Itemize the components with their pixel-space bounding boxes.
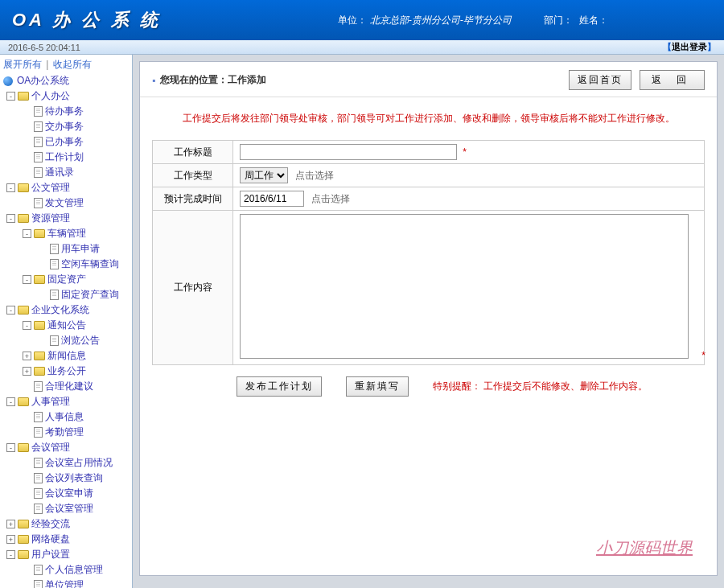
tree-toggle-icon[interactable]: - — [6, 550, 15, 559]
tree-label: 新闻信息 — [47, 349, 86, 363]
tree-node[interactable]: 浏览公告 — [0, 333, 132, 348]
tree-root[interactable]: OA办公系统 — [0, 73, 132, 88]
tree-node[interactable]: 会议室占用情况 — [0, 455, 132, 471]
tree-node[interactable]: 个人信息管理 — [0, 562, 132, 578]
folder-open-icon — [18, 306, 29, 315]
folder-closed-icon — [34, 352, 45, 360]
tree-node[interactable]: 工作计划 — [0, 150, 132, 165]
tree-node[interactable]: 固定资产查询 — [0, 287, 132, 302]
tree-toggle-icon[interactable]: - — [23, 321, 31, 330]
tree-node[interactable]: +网络硬盘 — [0, 532, 132, 547]
submit-button[interactable]: 发布工作计划 — [237, 376, 322, 397]
work-form: 工作标题 * 工作类型 周工作 点击选择 预计 — [152, 140, 705, 365]
tree-node[interactable]: 合理化建议 — [0, 379, 132, 394]
tree-toggle-icon[interactable]: + — [6, 535, 15, 544]
tree-node[interactable]: -企业文化系统 — [0, 302, 132, 318]
tree-node[interactable]: 会议室申请 — [0, 486, 132, 501]
tree-label: 合理化建议 — [45, 380, 93, 393]
tree-node[interactable]: -固定资产 — [0, 272, 132, 287]
tree-label: 个人信息管理 — [45, 563, 103, 577]
tree-toggle-icon[interactable]: - — [6, 397, 15, 406]
tree-label: 单位管理 — [45, 578, 84, 588]
expand-all-link[interactable]: 展开所有 — [3, 59, 42, 70]
file-icon — [34, 504, 43, 514]
tree-toggle-icon[interactable]: + — [23, 367, 31, 376]
folder-open-icon — [18, 397, 29, 406]
tree-node[interactable]: 会议室管理 — [0, 501, 132, 516]
file-icon — [50, 244, 59, 254]
tree-toggle-icon[interactable]: - — [23, 229, 31, 238]
tree-node[interactable]: 待办事务 — [0, 104, 132, 119]
tree-node[interactable]: +业务公开 — [0, 364, 132, 379]
tree-label: 会议列表查询 — [45, 471, 103, 485]
tree-node[interactable]: 会议列表查询 — [0, 471, 132, 486]
tree-label: 已办事务 — [45, 135, 84, 149]
file-icon — [34, 106, 43, 117]
file-icon — [34, 381, 43, 392]
tree-label: 人事信息 — [45, 410, 84, 424]
file-icon — [34, 412, 43, 422]
tree-label: 固定资产 — [47, 273, 86, 286]
tree-label: 交办事务 — [45, 120, 84, 134]
folder-open-icon — [18, 214, 29, 223]
required-mark: * — [463, 146, 467, 158]
tree-node[interactable]: 交办事务 — [0, 119, 132, 134]
sidebar-tree: 展开所有 | 收起所有 OA办公系统 -个人办公待办事务交办事务已办事务工作计划… — [0, 55, 133, 588]
back-button[interactable]: 返 回 — [640, 70, 705, 90]
tree-toggle-icon[interactable]: - — [6, 214, 15, 223]
file-icon — [34, 152, 43, 162]
home-button[interactable]: 返回首页 — [569, 70, 631, 90]
collapse-all-link[interactable]: 收起所有 — [53, 59, 92, 70]
tree-toggle-icon[interactable]: + — [23, 352, 31, 360]
breadcrumb: ▪ 您现在的位置：工作添加 返回首页 返 回 — [140, 62, 717, 97]
date-label: 预计完成时间 — [153, 187, 233, 211]
tree-label: 通讯录 — [45, 166, 74, 179]
tree-label: 人事管理 — [31, 395, 70, 409]
tree-label: 网络硬盘 — [31, 532, 70, 546]
tree-toggle-icon[interactable]: - — [6, 92, 15, 101]
tree-toggle-icon[interactable]: - — [23, 275, 31, 284]
type-select[interactable]: 周工作 — [240, 167, 288, 183]
tree-node[interactable]: 单位管理 — [0, 578, 132, 588]
tree-node[interactable]: 发文管理 — [0, 195, 132, 211]
tree-node[interactable]: 考勤管理 — [0, 425, 132, 440]
tree-node[interactable]: -人事管理 — [0, 394, 132, 409]
file-icon — [50, 290, 59, 300]
tree-node[interactable]: +新闻信息 — [0, 348, 132, 364]
logout-button[interactable]: 【退出登录】 — [663, 41, 716, 53]
tree-node[interactable]: 人事信息 — [0, 409, 132, 425]
folder-closed-icon — [18, 520, 29, 528]
reset-button[interactable]: 重新填写 — [346, 376, 409, 397]
content-area: ▪ 您现在的位置：工作添加 返回首页 返 回 工作提交后将发往部门领导处审核，部… — [133, 55, 724, 588]
tree-toggle-icon[interactable]: - — [6, 443, 15, 452]
file-icon — [34, 565, 43, 575]
tree-node[interactable]: 通讯录 — [0, 165, 132, 180]
tree-node[interactable]: -个人办公 — [0, 88, 132, 104]
file-icon — [34, 167, 43, 178]
tree-toggle-icon[interactable]: + — [6, 520, 15, 528]
tree-toggle-icon[interactable]: - — [6, 306, 15, 315]
tree-node[interactable]: +经验交流 — [0, 516, 132, 532]
title-label: 工作标题 — [153, 141, 233, 164]
tree-node[interactable]: 空闲车辆查询 — [0, 257, 132, 272]
datetime: 2016-6-5 20:04:11 — [8, 43, 80, 52]
unit-value: 北京总部-贵州分公司-毕节分公司 — [370, 14, 512, 27]
file-icon — [34, 121, 43, 132]
tree-label: 考勤管理 — [45, 426, 84, 439]
subheader: 2016-6-5 20:04:11 【退出登录】 — [0, 40, 724, 55]
tree-node[interactable]: -会议管理 — [0, 440, 132, 455]
tree-label: 空闲车辆查询 — [61, 257, 119, 271]
tree-node[interactable]: 用车申请 — [0, 241, 132, 257]
tree-node[interactable]: -资源管理 — [0, 211, 132, 226]
tree-node[interactable]: -用户设置 — [0, 547, 132, 562]
tree-toggle-icon[interactable]: - — [6, 183, 15, 192]
tree-label: 固定资产查询 — [61, 288, 119, 302]
tree-node[interactable]: -公文管理 — [0, 180, 132, 195]
title-input[interactable] — [240, 144, 457, 160]
date-input[interactable] — [240, 191, 304, 207]
tree-node[interactable]: -车辆管理 — [0, 226, 132, 241]
tree-node[interactable]: 已办事务 — [0, 134, 132, 150]
tree-label: 经验交流 — [31, 517, 70, 531]
tree-node[interactable]: -通知公告 — [0, 318, 132, 333]
content-textarea[interactable] — [240, 214, 689, 359]
